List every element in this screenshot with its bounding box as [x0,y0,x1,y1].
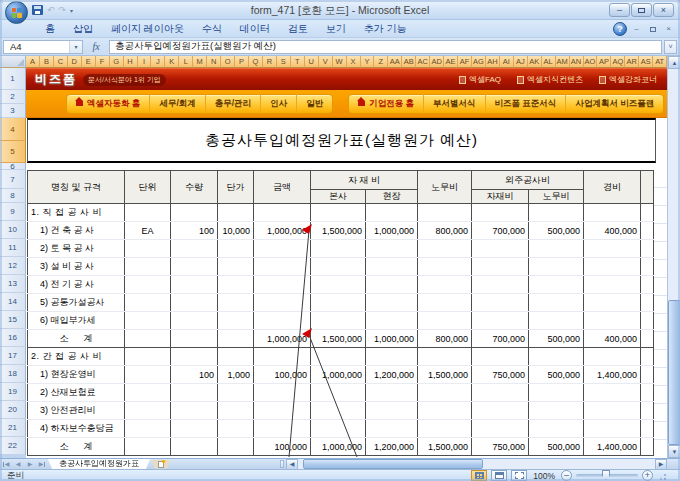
table-cell[interactable] [366,348,418,366]
scroll-left-icon[interactable]: ◀ [286,459,298,470]
formula-input[interactable]: 총공사투입예정원가표(실행원가 예산) [109,40,662,54]
table-cell[interactable] [218,240,254,258]
column-header-AE[interactable]: AE [444,56,458,68]
column-header-AL[interactable]: AL [542,56,556,68]
workbook-close-button[interactable]: × [662,24,675,35]
column-header-M[interactable]: M [193,56,207,68]
table-cell[interactable] [254,204,311,222]
view-page-break-button[interactable] [511,470,527,481]
save-icon[interactable] [32,5,43,15]
expand-formula-bar-icon[interactable]: ˅ [664,40,677,54]
table-cell[interactable] [125,204,171,222]
table-cell[interactable]: 1,000,000 [311,366,366,384]
banner-link-2[interactable]: 엑셀지식컨텐츠 [517,74,583,85]
table-cell[interactable] [529,276,584,294]
table-cell[interactable]: 2. 간 접 공 사 비 [28,348,125,366]
row-header-1[interactable]: 1 [0,68,26,90]
table-cell[interactable] [218,312,254,330]
banner-link-1[interactable]: 엑셀FAQ [459,74,501,85]
column-header-AK[interactable]: AK [528,56,542,68]
table-cell[interactable] [584,420,641,438]
table-cell[interactable] [472,294,529,312]
table-cell[interactable] [418,348,472,366]
table-cell[interactable]: 100,000 [254,366,311,384]
table-cell[interactable]: 2) 토 목 공 사 [28,240,125,258]
row-header-12[interactable]: 12 [0,257,26,275]
table-cell[interactable] [641,330,654,348]
row-header-2[interactable]: 2 [0,90,26,104]
column-header-W[interactable]: W [333,56,347,68]
select-all-corner[interactable] [0,56,26,68]
table-cell[interactable] [218,258,254,276]
table-cell[interactable] [254,294,311,312]
table-cell[interactable] [311,402,366,420]
table-cell[interactable] [254,312,311,330]
table-cell[interactable] [311,348,366,366]
column-header-I[interactable]: I [138,56,152,68]
workbook-restore-button[interactable] [646,24,659,35]
table-cell[interactable] [254,258,311,276]
insert-function-icon[interactable]: fx [83,41,109,52]
zoom-out-button[interactable]: – [561,470,572,481]
table-cell[interactable] [418,294,472,312]
table-cell[interactable] [171,420,218,438]
table-cell[interactable] [641,348,654,366]
table-cell[interactable] [366,402,418,420]
table-cell[interactable] [472,258,529,276]
column-header-AT[interactable]: AT [653,56,667,68]
table-cell[interactable] [641,222,654,240]
header-out-labor[interactable]: 노무비 [529,190,584,204]
table-cell[interactable]: 4) 전 기 공 사 [28,276,125,294]
table-cell[interactable] [584,204,641,222]
table-cell[interactable] [529,240,584,258]
table-cell[interactable] [125,384,171,402]
column-header-AG[interactable]: AG [472,56,486,68]
table-cell[interactable] [366,420,418,438]
menu-item-business-4[interactable]: 사업계획서 비즈플랜 [566,94,663,114]
header-labor[interactable]: 노무비 [418,171,472,204]
vertical-scroll-thumb[interactable] [668,300,680,445]
row-header-10[interactable]: 10 [0,221,26,239]
table-cell[interactable]: 700,000 [472,222,529,240]
ribbon-tab-5[interactable]: 데이터 [231,20,279,38]
table-cell[interactable] [311,258,366,276]
header-amount[interactable]: 금액 [254,171,311,204]
column-header-S[interactable]: S [277,56,291,68]
table-cell[interactable] [641,312,654,330]
column-header-AC[interactable]: AC [416,56,430,68]
row-header-21[interactable]: 21 [0,419,26,437]
table-cell[interactable] [418,258,472,276]
table-cell[interactable] [125,402,171,420]
table-cell[interactable] [125,348,171,366]
header-material-site[interactable]: 현장 [366,190,418,204]
table-cell[interactable]: 1,500,000 [311,222,366,240]
minimize-button[interactable]: – [609,3,630,17]
column-header-D[interactable]: D [68,56,82,68]
table-cell[interactable] [125,438,171,456]
table-cell[interactable] [529,348,584,366]
table-cell[interactable]: 1,200,000 [366,366,418,384]
column-header-AR[interactable]: AR [625,56,639,68]
table-cell[interactable]: 800,000 [418,330,472,348]
table-cell[interactable] [125,240,171,258]
ribbon-tab-2[interactable]: 삽입 [64,20,102,38]
table-cell[interactable] [529,420,584,438]
header-blank[interactable] [641,171,654,204]
table-cell[interactable] [584,294,641,312]
table-cell[interactable] [218,294,254,312]
table-cell[interactable] [418,384,472,402]
header-material[interactable]: 자 재 비 [311,171,418,190]
scroll-down-icon[interactable]: ▼ [668,445,680,458]
header-material-hq[interactable]: 본사 [311,190,366,204]
row-header-9[interactable]: 9 [0,203,26,221]
column-header-U[interactable]: U [305,56,319,68]
table-cell[interactable] [171,384,218,402]
row-header-17[interactable]: 17 [0,347,26,365]
column-header-AA[interactable]: AA [388,56,402,68]
row-header-13[interactable]: 13 [0,275,26,293]
view-page-layout-button[interactable] [491,470,507,481]
workbook-minimize-button[interactable]: – [630,24,643,35]
table-cell[interactable]: 1) 건 축 공 사 [28,222,125,240]
column-header-T[interactable]: T [291,56,305,68]
ribbon-tab-7[interactable]: 보기 [317,20,355,38]
